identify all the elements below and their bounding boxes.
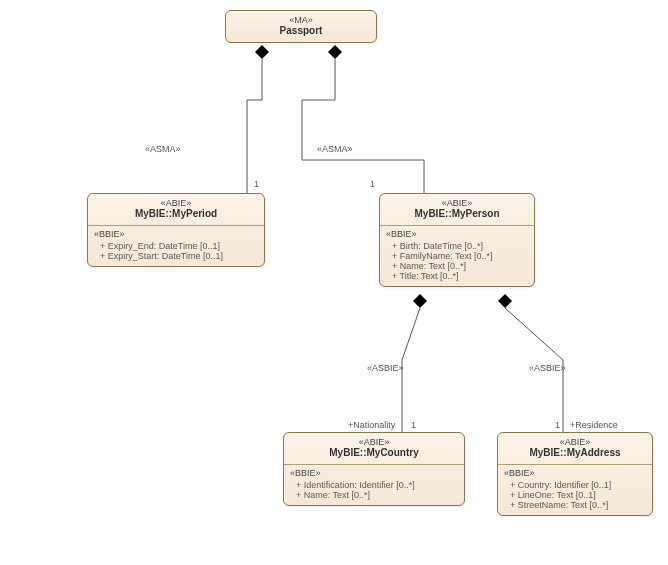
compartment: «BBIE» + Country: Identifier [0..1] + Li… — [498, 465, 652, 515]
class-name: MyBIE::MyPeriod — [94, 208, 258, 219]
class-mycountry: «ABIE» MyBIE::MyCountry «BBIE» + Identif… — [283, 432, 465, 506]
comp-stereo: «BBIE» — [386, 229, 528, 239]
composition-diamond — [413, 294, 427, 308]
attr: + Name: Text [0..*] — [386, 261, 528, 271]
class-myperiod: «ABIE» MyBIE::MyPeriod «BBIE» + Expiry_E… — [87, 193, 265, 267]
compartment: «BBIE» + Birth: DateTime [0..*] + Family… — [380, 226, 534, 286]
stereotype: «ABIE» — [504, 437, 646, 447]
class-header: «ABIE» MyBIE::MyPerson — [380, 194, 534, 226]
connector-line — [247, 59, 262, 193]
attr: + Expiry_End: DateTime [0..1] — [94, 241, 258, 251]
composition-diamond — [498, 294, 512, 308]
mult-one-address: 1 — [555, 420, 560, 430]
composition-diamond — [328, 45, 342, 59]
comp-stereo: «BBIE» — [290, 468, 458, 478]
class-name: MyBIE::MyCountry — [290, 447, 458, 458]
class-myaddress: «ABIE» MyBIE::MyAddress «BBIE» + Country… — [497, 432, 653, 516]
attr: + Identification: Identifier [0..*] — [290, 480, 458, 490]
class-header: «ABIE» MyBIE::MyAddress — [498, 433, 652, 465]
connector-line — [302, 59, 424, 193]
stereotype: «ABIE» — [290, 437, 458, 447]
composition-diamond — [255, 45, 269, 59]
compartment: «BBIE» + Expiry_End: DateTime [0..1] + E… — [88, 226, 264, 266]
connector-line — [402, 308, 420, 432]
comp-stereo: «BBIE» — [504, 468, 646, 478]
label-asbie-right: «ASBIE» — [529, 363, 566, 373]
attr: + StreetName: Text [0..*] — [504, 500, 646, 510]
class-name: MyBIE::MyAddress — [504, 447, 646, 458]
label-asbie-left: «ASBIE» — [367, 363, 404, 373]
class-header: «ABIE» MyBIE::MyCountry — [284, 433, 464, 465]
mult-one-person: 1 — [370, 179, 375, 189]
class-passport: «MA» Passport — [225, 10, 377, 43]
class-header: «ABIE» MyBIE::MyPeriod — [88, 194, 264, 226]
mult-one-period: 1 — [254, 179, 259, 189]
compartment: «BBIE» + Identification: Identifier [0..… — [284, 465, 464, 505]
stereotype: «ABIE» — [94, 198, 258, 208]
label-asma-right: «ASMA» — [317, 144, 353, 154]
role-nationality: +Nationality — [348, 420, 395, 430]
attr: + FamilyName: Text [0..*] — [386, 251, 528, 261]
attr: + Title: Text [0..*] — [386, 271, 528, 281]
stereotype: «ABIE» — [386, 198, 528, 208]
role-residence: +Residence — [570, 420, 618, 430]
class-name: MyBIE::MyPerson — [386, 208, 528, 219]
mult-one-country: 1 — [411, 420, 416, 430]
attr: + Expiry_Start: DateTime [0..1] — [94, 251, 258, 261]
attr: + Country: Identifier [0..1] — [504, 480, 646, 490]
class-header: «MA» Passport — [226, 11, 376, 42]
comp-stereo: «BBIE» — [94, 229, 258, 239]
stereotype: «MA» — [232, 15, 370, 25]
attr: + LineOne: Text [0..1] — [504, 490, 646, 500]
class-name: Passport — [232, 25, 370, 36]
class-myperson: «ABIE» MyBIE::MyPerson «BBIE» + Birth: D… — [379, 193, 535, 287]
attr: + Birth: DateTime [0..*] — [386, 241, 528, 251]
attr: + Name: Text [0..*] — [290, 490, 458, 500]
label-asma-left: «ASMA» — [145, 144, 181, 154]
